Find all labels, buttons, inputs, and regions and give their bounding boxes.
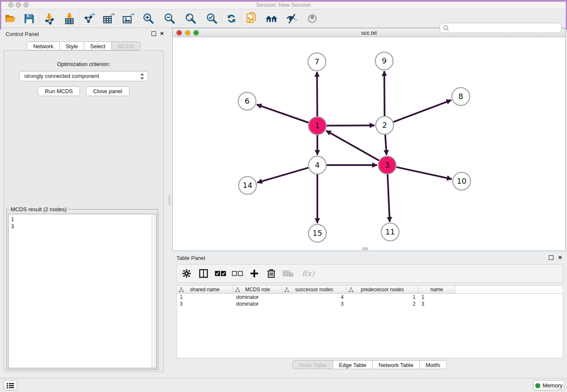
table-cell[interactable]: 4 <box>282 294 347 301</box>
mcds-result-title: MCDS result (2 nodes) <box>9 206 68 213</box>
table-cell[interactable]: 2 <box>347 301 418 307</box>
graph-edge-3-1[interactable] <box>326 131 379 160</box>
open-folder-icon[interactable] <box>3 11 18 26</box>
panel-splitter[interactable] <box>167 28 172 378</box>
table-row[interactable]: 1dominator411 <box>177 294 563 301</box>
close-panel-button[interactable]: Close panel <box>86 86 129 96</box>
graph-edge-1-6[interactable] <box>257 105 309 123</box>
tab-network-table[interactable]: Network Table <box>373 360 420 369</box>
graph-node-label: 7 <box>314 57 319 66</box>
graph-node-label: 4 <box>315 160 319 169</box>
graph-edge-3-10[interactable] <box>396 167 452 179</box>
search-input[interactable] <box>449 24 561 32</box>
graph-node-label: 1 <box>315 121 319 130</box>
optimization-criterion-label: Optimization criterion: <box>4 61 163 67</box>
network-overview-icon[interactable] <box>264 11 279 26</box>
close-panel-icon[interactable]: × <box>160 30 164 37</box>
table-close-icon[interactable]: × <box>558 254 562 261</box>
tab-edge-table[interactable]: Edge Table <box>333 360 373 369</box>
memory-button-label: Memory <box>543 382 563 389</box>
column-header-MCDS-role[interactable]: MCDS role <box>233 286 282 293</box>
graph-node-label: 8 <box>458 92 463 101</box>
add-column-icon[interactable] <box>249 268 260 279</box>
graph-edge-2-8[interactable] <box>394 100 451 122</box>
tab-motifs[interactable]: Motifs <box>420 360 447 369</box>
import-network-icon[interactable] <box>42 11 56 26</box>
table-header-row: shared nameMCDS rolesuccessor nodesprede… <box>177 286 563 294</box>
column-header-predecessor-nodes[interactable]: predecessor nodes <box>347 286 418 293</box>
delete-column-icon[interactable] <box>266 268 277 279</box>
graph-node-label: 10 <box>457 177 467 185</box>
node-table: shared nameMCDS rolesuccessor nodesprede… <box>176 285 563 358</box>
table-cell[interactable]: dominator <box>233 301 282 307</box>
memory-button[interactable]: Memory <box>533 380 564 391</box>
float-panel-icon[interactable] <box>151 31 156 36</box>
tab-node-table[interactable]: Node Table <box>292 360 333 369</box>
graph-node-label: 6 <box>245 97 249 105</box>
mcds-result-area[interactable]: 1 3 <box>8 214 157 368</box>
table-cell[interactable]: 3 <box>282 301 347 307</box>
function-builder-icon[interactable]: f(x) <box>300 268 317 279</box>
tab-network[interactable]: Network <box>27 41 60 50</box>
mcds-result-text: 1 3 <box>8 214 156 230</box>
import-table-icon[interactable] <box>62 11 77 26</box>
result-scrollbar[interactable] <box>151 215 156 367</box>
table-cell[interactable]: 1 <box>418 294 455 301</box>
window-left-border <box>0 0 1 30</box>
network-window: × − + scc.txt 7968124314101511 <box>172 28 566 251</box>
table-panel-title: Table Panel <box>176 255 205 261</box>
delete-table-icon[interactable] <box>283 268 294 279</box>
save-icon[interactable] <box>22 11 36 26</box>
graph-edge-4-14[interactable] <box>257 168 308 182</box>
table-float-icon[interactable] <box>549 255 553 260</box>
column-header-shared-name[interactable]: shared name <box>177 286 233 293</box>
table-cell[interactable]: 3 <box>177 301 233 307</box>
refresh-icon[interactable] <box>224 11 239 26</box>
network-resize-grip[interactable] <box>362 247 368 250</box>
graph-node-label: 2 <box>382 121 387 130</box>
column-header-successor-nodes[interactable]: successor nodes <box>282 286 347 293</box>
graph-node-label: 3 <box>385 160 389 169</box>
hide-panels-eye-icon[interactable] <box>285 11 299 26</box>
tab-select[interactable]: Select <box>84 41 112 50</box>
show-status-list-button[interactable] <box>3 380 17 391</box>
search-box[interactable] <box>440 23 561 33</box>
criterion-dropdown-value: strongly connected component <box>24 73 99 79</box>
column-header-name[interactable]: name <box>418 286 455 293</box>
table-toolbar: f(x) <box>176 264 563 283</box>
table-cell[interactable]: 1 <box>347 294 418 301</box>
zoom-fit-icon[interactable] <box>183 11 198 26</box>
export-image-icon[interactable] <box>121 11 135 26</box>
mcds-panel: Optimization criterion: strongly connect… <box>3 50 164 372</box>
show-panels-eye-icon[interactable] <box>305 11 319 26</box>
zoom-selected-icon[interactable] <box>204 11 219 26</box>
graph-edge-1-2[interactable] <box>327 125 374 126</box>
table-cell[interactable]: 1 <box>177 294 233 301</box>
show-columns-icon[interactable] <box>198 268 209 279</box>
mcds-result-box: MCDS result (2 nodes) 1 3 <box>6 209 158 370</box>
network-canvas[interactable]: 7968124314101511 <box>173 37 565 251</box>
graph-edge-2-9[interactable] <box>384 71 385 116</box>
tab-style[interactable]: Style <box>60 41 84 50</box>
control-panel: Control Panel × NetworkStyleSelectMCDS O… <box>0 28 167 378</box>
zoom-out-icon[interactable] <box>162 11 176 26</box>
deselect-all-checks-icon[interactable] <box>232 268 243 279</box>
run-mcds-button[interactable]: Run MCDS <box>38 86 80 96</box>
zoom-in-icon[interactable] <box>141 11 155 26</box>
list-icon <box>7 383 14 389</box>
search-icon <box>443 25 449 31</box>
graph-edge-2-3[interactable] <box>385 135 386 155</box>
criterion-dropdown[interactable]: strongly connected component <box>19 71 148 81</box>
select-all-checks-icon[interactable] <box>215 268 226 279</box>
table-cell[interactable]: dominator <box>233 294 282 301</box>
export-network-icon[interactable] <box>82 11 96 26</box>
graph-edge-1-7[interactable] <box>317 72 317 116</box>
main-toolbar <box>0 9 567 28</box>
duplicate-network-icon[interactable] <box>244 11 259 26</box>
export-table-icon[interactable] <box>102 11 116 26</box>
graph-edge-3-11[interactable] <box>388 174 390 222</box>
table-cell[interactable]: 3 <box>418 301 455 307</box>
table-row[interactable]: 3dominator323 <box>177 301 563 307</box>
settings-gear-icon[interactable] <box>181 268 192 279</box>
tab-mcds[interactable]: MCDS <box>112 41 140 50</box>
